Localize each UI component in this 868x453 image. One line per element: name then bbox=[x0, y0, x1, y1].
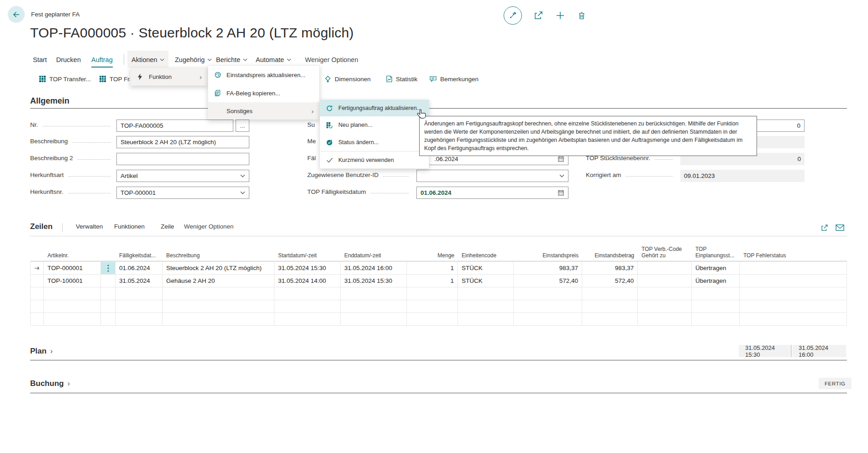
menu-item-kurzmenu-verwenden[interactable]: Kurzmenü verwenden bbox=[320, 151, 429, 168]
cell-einplanung[interactable]: Übertragen bbox=[692, 262, 740, 275]
col-einstandsbetrag[interactable]: Einstandsbetrag bbox=[582, 245, 638, 261]
cell-betrag[interactable]: 983,37 bbox=[582, 262, 638, 275]
table-row[interactable]: TOP-000001 01.06.2024 Steuerblock 2 AH 2… bbox=[30, 262, 847, 275]
share-button[interactable] bbox=[533, 10, 544, 21]
menu-item-fa-beleg-kopieren[interactable]: FA-Beleg kopieren... bbox=[208, 84, 319, 102]
lines-menu-weniger-optionen[interactable]: Weniger Optionen bbox=[184, 223, 234, 230]
col-einheitencode[interactable]: Einheitencode bbox=[458, 245, 514, 261]
lines-menu-funktionen[interactable]: Funktionen bbox=[114, 223, 145, 230]
plan-end-value: 31.05.2024 16:00 bbox=[792, 345, 846, 357]
field-label-nr: Nr. bbox=[30, 121, 115, 128]
top-faelligkeitsdatum-field[interactable]: 01.06.2024 bbox=[416, 187, 568, 199]
row-options-button[interactable] bbox=[101, 262, 116, 275]
tab-berichte[interactable]: Berichte bbox=[216, 54, 247, 66]
field-label-fragment-su: Su bbox=[307, 121, 315, 128]
menu-item-sonstiges[interactable]: Sonstiges› bbox=[208, 102, 319, 120]
cell-fehler[interactable] bbox=[740, 262, 847, 275]
cell-betrag[interactable]: 572,40 bbox=[582, 275, 638, 287]
cell-menge[interactable]: 1 bbox=[407, 262, 458, 275]
table-row-empty[interactable] bbox=[30, 287, 847, 300]
edit-button[interactable] bbox=[504, 6, 522, 25]
section-title-allgemein[interactable]: Allgemein bbox=[30, 96, 69, 106]
cell-artikelnr[interactable]: TOP-100001 bbox=[44, 275, 101, 287]
section-title-buchung[interactable]: Buchung› bbox=[30, 379, 70, 388]
beschreibung-field[interactable]: Steuerblock 2 AH 20 (LTZ möglich) bbox=[116, 136, 249, 148]
breadcrumb[interactable]: Fest geplanter FA bbox=[31, 11, 80, 18]
cell-menge[interactable]: 1 bbox=[407, 275, 458, 287]
tab-zugehoerig[interactable]: Zugehörig bbox=[175, 54, 212, 66]
chevron-down-icon bbox=[160, 58, 164, 61]
chevron-down-icon[interactable] bbox=[240, 191, 245, 194]
col-artikelnr[interactable]: Artikelnr. bbox=[44, 245, 101, 261]
tab-drucken[interactable]: Drucken bbox=[56, 54, 81, 66]
cell-ende[interactable]: 31.05.2024 15:30 bbox=[341, 275, 407, 287]
benutzer-select[interactable] bbox=[416, 170, 568, 182]
tab-automate[interactable]: Automate bbox=[256, 54, 291, 66]
toolbar-statistik-button[interactable]: Statistik bbox=[386, 73, 417, 85]
chevron-down-icon[interactable] bbox=[240, 174, 245, 177]
tab-auftrag[interactable]: Auftrag bbox=[91, 54, 113, 66]
tooltip: Änderungen am Fertigungsauftragskopf ber… bbox=[419, 116, 757, 156]
menu-item-funktion[interactable]: Funktion› bbox=[131, 68, 207, 85]
cell-start[interactable]: 31.05.2024 14:00 bbox=[274, 275, 341, 287]
chevron-down-icon[interactable] bbox=[559, 174, 564, 177]
col-top-fehlerstatus[interactable]: TOP Fehlerstatus bbox=[740, 245, 847, 261]
cell-einplanung[interactable]: Übertragen bbox=[692, 275, 740, 287]
cell-verbcode[interactable] bbox=[638, 262, 692, 275]
plan-underline bbox=[30, 360, 847, 360]
cell-verbcode[interactable] bbox=[638, 275, 692, 287]
col-startdatum[interactable]: Startdatum/-zeit bbox=[274, 245, 341, 261]
toolbar-bemerkungen-button[interactable]: Bemerkungen bbox=[429, 73, 479, 85]
col-top-einplanungsstatus[interactable]: TOP Einplanungsst... bbox=[692, 245, 740, 261]
toolbar-dimensionen-button[interactable]: Dimensionen bbox=[324, 73, 371, 85]
cell-beschreibung[interactable]: Steuerblock 2 AH 20 (LTZ möglich) bbox=[163, 262, 274, 275]
table-row-empty[interactable] bbox=[30, 313, 847, 326]
col-faelligkeitsdatum[interactable]: Fälligkeitsdat... bbox=[116, 245, 163, 261]
lines-share-button[interactable] bbox=[820, 224, 829, 232]
delete-button[interactable] bbox=[577, 10, 587, 21]
table-row-empty[interactable] bbox=[30, 300, 847, 313]
menu-item-status-aendern[interactable]: Status ändern... bbox=[320, 134, 429, 151]
tab-start[interactable]: Start bbox=[33, 54, 47, 66]
menu-item-neu-planen[interactable]: Neu planen... bbox=[320, 116, 429, 134]
tab-weniger-optionen[interactable]: Weniger Optionen bbox=[305, 54, 358, 66]
menu-item-fertigungsauftrag-aktualisieren[interactable]: Fertigungsauftrag aktualisieren... bbox=[320, 100, 429, 116]
calendar-icon[interactable] bbox=[558, 156, 564, 162]
section-title-plan[interactable]: Plan› bbox=[30, 347, 53, 356]
cell-preis[interactable]: 983,37 bbox=[514, 262, 582, 275]
herkunftsart-select[interactable]: Artikel bbox=[116, 170, 249, 182]
cell-einheit[interactable]: STÜCK bbox=[458, 275, 514, 287]
cell-beschreibung[interactable]: Gehäuse 2 AH 20 bbox=[163, 275, 274, 287]
zeilen-menu-underline bbox=[30, 236, 847, 236]
section-title-zeilen[interactable]: Zeilen bbox=[30, 222, 53, 231]
cell-faelligkeit[interactable]: 31.05.2024 bbox=[116, 275, 163, 287]
nr-field[interactable]: TOP-FA000005 bbox=[116, 120, 233, 132]
table-row[interactable]: TOP-100001 31.05.2024 Gehäuse 2 AH 20 31… bbox=[30, 275, 847, 287]
beschreibung2-field[interactable] bbox=[116, 153, 249, 165]
herkunftsnr-select[interactable]: TOP-000001 bbox=[116, 187, 249, 199]
lines-email-button[interactable] bbox=[836, 224, 844, 231]
col-beschreibung[interactable]: Beschreibung bbox=[163, 245, 274, 261]
cell-einheit[interactable]: STÜCK bbox=[458, 262, 514, 275]
nr-assist-button[interactable]: ... bbox=[236, 120, 249, 132]
tab-aktionen[interactable]: Aktionen bbox=[132, 54, 164, 66]
sonstiges-submenu-panel: Fertigungsauftrag aktualisieren... Neu p… bbox=[320, 99, 429, 169]
calendar-icon[interactable] bbox=[558, 189, 564, 196]
add-button[interactable] bbox=[555, 10, 566, 21]
cell-fehler[interactable] bbox=[740, 275, 847, 287]
cell-start[interactable]: 31.05.2024 15:30 bbox=[274, 262, 341, 275]
menu-item-einstandspreis-aktualisieren[interactable]: Einstandspreis aktualisieren... bbox=[208, 66, 319, 84]
toolbar-top-transfer-button[interactable]: TOP Transfer... bbox=[39, 73, 91, 85]
status-badge: FERTIG bbox=[819, 378, 852, 389]
col-enddatum[interactable]: Enddatum/-zeit bbox=[341, 245, 407, 261]
cell-faelligkeit[interactable]: 01.06.2024 bbox=[116, 262, 163, 275]
cell-ende[interactable]: 31.05.2024 16:00 bbox=[341, 262, 407, 275]
cell-artikelnr[interactable]: TOP-000001 bbox=[44, 262, 101, 275]
col-einstandspreis[interactable]: Einstandspreis bbox=[514, 245, 582, 261]
back-button[interactable] bbox=[8, 6, 25, 23]
cell-preis[interactable]: 572,40 bbox=[514, 275, 582, 287]
lines-menu-verwalten[interactable]: Verwalten bbox=[76, 223, 103, 230]
lines-menu-zeile[interactable]: Zeile bbox=[161, 223, 174, 230]
col-top-verb-code[interactable]: TOP Verb.-Code Gehört zu bbox=[638, 245, 692, 261]
col-menge[interactable]: Menge bbox=[407, 245, 458, 261]
